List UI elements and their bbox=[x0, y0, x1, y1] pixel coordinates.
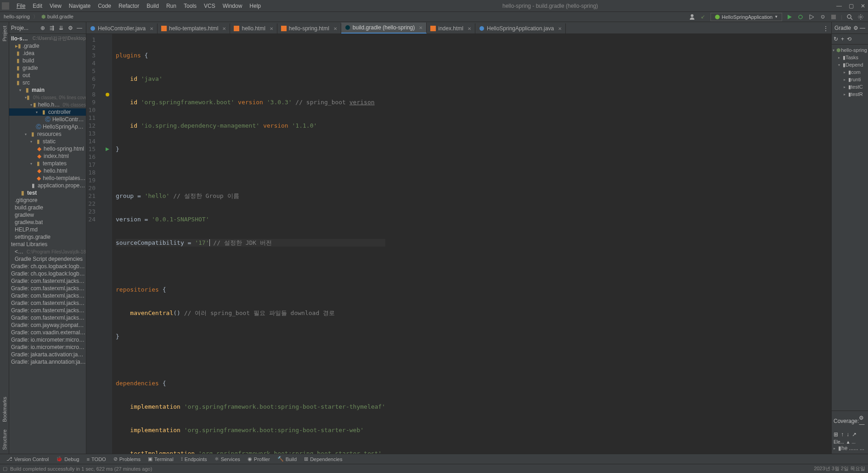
bottom-todo[interactable]: ≡TODO bbox=[83, 456, 110, 462]
tree-lib-9[interactable]: Gradle: com.jayway.jsonpath:json-path:2 bbox=[9, 321, 86, 329]
tree-static-dir[interactable]: ▾▮static bbox=[9, 138, 86, 145]
tree-gradle-script[interactable]: Gradle Script dependencies bbox=[9, 255, 86, 263]
breadcrumb-file[interactable]: build.gradle bbox=[47, 14, 73, 19]
menu-tools[interactable]: Tools bbox=[180, 1, 200, 11]
gradle-root[interactable]: ▾⬢ hello-spring bbox=[833, 46, 867, 54]
tab-hello-spring-html[interactable]: hello-spring.html✕ bbox=[277, 23, 341, 34]
gradle-settings-icon[interactable]: ⚙ — bbox=[853, 25, 865, 31]
settings-gear-icon[interactable] bbox=[857, 13, 864, 21]
collapse-icon[interactable]: ⇶ bbox=[47, 23, 56, 33]
tree-resources-dir[interactable]: ▾▮resources bbox=[9, 130, 86, 138]
coverage-item-he[interactable]: ▸▮ he ... ... ... bbox=[834, 445, 866, 452]
status-indicator-icon[interactable]: ▢ bbox=[3, 466, 7, 472]
tree-lib-5[interactable]: Gradle: com.fasterxml.jackson.core:jack bbox=[9, 292, 86, 299]
left-tab-bookmarks[interactable]: Bookmarks bbox=[1, 393, 8, 426]
tab-overflow-icon[interactable]: ⋮ bbox=[820, 23, 831, 34]
tab-close-icon[interactable]: ✕ bbox=[150, 26, 153, 31]
tab-hello-controller[interactable]: HelloController.java✕ bbox=[86, 23, 158, 34]
coverage-icon-4[interactable]: ↗ bbox=[852, 431, 857, 438]
tree-hello-controller[interactable]: ⒸHelloController bbox=[9, 116, 86, 123]
code-editor[interactable]: 12345 678910 1112131415 1617181920 21222… bbox=[86, 34, 831, 454]
tree-src-dir[interactable]: ▮src bbox=[9, 79, 86, 86]
menu-code[interactable]: Code bbox=[94, 1, 115, 11]
tree-lib-6[interactable]: Gradle: com.fasterxml.jackson.datatype: bbox=[9, 299, 86, 307]
coverage-settings-icon[interactable]: ⚙ — bbox=[859, 415, 866, 428]
tree-build-dir[interactable]: ▮build bbox=[9, 57, 86, 64]
tree-root[interactable]: llo-springC:\Users\김규민\Desktop bbox=[9, 35, 86, 42]
project-tree[interactable]: llo-springC:\Users\김규민\Desktop ▸▮.gradle… bbox=[9, 34, 86, 454]
bottom-terminal[interactable]: ▣Terminal bbox=[144, 456, 177, 462]
gradle-detach-icon[interactable]: ⟲ bbox=[847, 36, 851, 42]
run-configuration-selector[interactable]: HelloSpringApplication ▼ bbox=[710, 13, 783, 21]
tree-jdk[interactable]: < 18 >C:\Program Files\Java\jdk-18 bbox=[9, 248, 86, 255]
tree-out-dir[interactable]: ▮out bbox=[9, 72, 86, 79]
bottom-services[interactable]: ⚛Services bbox=[211, 456, 244, 462]
tree-lib-11[interactable]: Gradle: io.micrometer:micrometer-com bbox=[9, 336, 86, 343]
tree-controller-pkg[interactable]: ▾▮controller bbox=[9, 108, 86, 116]
bottom-version-control[interactable]: ⎇Version Control bbox=[3, 456, 52, 462]
run-coverage-icon[interactable] bbox=[808, 13, 815, 21]
expand-icon[interactable]: ⇊ bbox=[56, 23, 66, 33]
tab-index-html[interactable]: index.html✕ bbox=[427, 23, 475, 34]
tree-hello-spring-html[interactable]: ◆hello-spring.html bbox=[9, 145, 86, 152]
tree-lib-10[interactable]: Gradle: com.vaadin.external.google:and bbox=[9, 329, 86, 336]
run-icon[interactable] bbox=[786, 13, 793, 21]
menu-build[interactable]: Build bbox=[143, 1, 163, 11]
bottom-problems[interactable]: ⊘Problems bbox=[110, 456, 144, 462]
tab-hello-templates[interactable]: hello-templates.html✕ bbox=[158, 23, 230, 34]
tree-lib-3[interactable]: Gradle: com.fasterxml.jackson.core:jack bbox=[9, 277, 86, 285]
hide-panel-icon[interactable]: — bbox=[75, 23, 84, 33]
tree-lib-8[interactable]: Gradle: com.fasterxml.jackson.module:ja bbox=[9, 314, 86, 321]
tree-settings-gradle[interactable]: settings.gradle bbox=[9, 233, 86, 241]
tree-test-dir[interactable]: ▮test bbox=[9, 189, 86, 197]
tab-close-icon[interactable]: ✕ bbox=[468, 26, 471, 31]
profile-icon[interactable]: ⊙ bbox=[819, 13, 826, 21]
tree-lib-2[interactable]: Gradle: ch.qos.logback:logback-core:1.4 bbox=[9, 270, 86, 277]
gradle-testr[interactable]: ▸▮ testR bbox=[833, 90, 867, 98]
tree-gradlew[interactable]: gradlew bbox=[9, 211, 86, 219]
bottom-dependencies[interactable]: ⊞Dependencies bbox=[300, 456, 346, 462]
bottom-endpoints[interactable]: ⟟Endpoints bbox=[177, 456, 211, 462]
bottom-debug[interactable]: 🐞Debug bbox=[52, 456, 83, 462]
tab-hello-spring-app[interactable]: HelloSpringApplication.java✕ bbox=[475, 23, 566, 34]
tree-main-dir[interactable]: ▾▮main bbox=[9, 86, 86, 94]
tab-close-icon[interactable]: ✕ bbox=[558, 26, 562, 31]
tree-help-md[interactable]: HELP.md bbox=[9, 226, 86, 233]
run-gutter-icon[interactable] bbox=[103, 145, 112, 153]
coverage-icon-3[interactable]: ↓ bbox=[846, 431, 849, 438]
target-icon[interactable]: ⊕ bbox=[38, 23, 47, 33]
menu-navigate[interactable]: Navigate bbox=[65, 1, 94, 11]
menu-help[interactable]: Help bbox=[246, 1, 265, 11]
menu-file[interactable]: File bbox=[13, 1, 29, 11]
gradle-testc[interactable]: ▸▮ testC bbox=[833, 83, 867, 90]
tree-gitignore[interactable]: .gitignore bbox=[9, 197, 86, 204]
debug-icon[interactable] bbox=[797, 13, 804, 21]
menu-refactor[interactable]: Refactor bbox=[115, 1, 143, 11]
tree-lib-1[interactable]: Gradle: ch.qos.logback:logback-classic:1 bbox=[9, 263, 86, 270]
gradle-tasks[interactable]: ▸▮ Tasks bbox=[833, 54, 867, 61]
tab-close-icon[interactable]: ✕ bbox=[222, 26, 226, 31]
tab-build-gradle[interactable]: build.gradle (hello-spring)✕ bbox=[341, 23, 427, 34]
close-icon[interactable]: ✕ bbox=[860, 3, 866, 9]
tree-hello-templates-html[interactable]: ◆hello-templates.html bbox=[9, 175, 86, 182]
tree-lib-12[interactable]: Gradle: io.micrometer:micrometer-obse bbox=[9, 343, 86, 351]
minimize-icon[interactable]: — bbox=[836, 3, 842, 9]
menu-window[interactable]: Window bbox=[219, 1, 246, 11]
menu-edit[interactable]: Edit bbox=[29, 1, 46, 11]
coverage-icon-1[interactable]: ⊞ bbox=[834, 431, 838, 438]
bottom-profiler[interactable]: ◉Profiler bbox=[244, 456, 274, 462]
gradle-refresh-icon[interactable]: ↻ bbox=[834, 36, 838, 42]
coverage-icon-2[interactable]: ↑ bbox=[841, 431, 844, 438]
maximize-icon[interactable]: ▢ bbox=[848, 3, 854, 9]
tree-lib-7[interactable]: Gradle: com.fasterxml.jackson.datatype: bbox=[9, 307, 86, 314]
tree-external-libs[interactable]: ternal Libraries bbox=[9, 241, 86, 248]
tab-close-icon[interactable]: ✕ bbox=[419, 25, 423, 30]
gradle-tree[interactable]: ▾⬢ hello-spring ▸▮ Tasks ▾▮ Depend ▸▮ co… bbox=[832, 45, 868, 411]
tree-build-gradle[interactable]: build.gradle bbox=[9, 204, 86, 211]
panel-settings-icon[interactable]: ⚙ bbox=[66, 23, 75, 33]
gradle-depend[interactable]: ▾▮ Depend bbox=[833, 61, 867, 68]
tree-gradlew-bat[interactable]: gradlew.bat bbox=[9, 219, 86, 226]
tab-close-icon[interactable]: ✕ bbox=[333, 26, 337, 31]
tree-idea-dir[interactable]: ▮.idea bbox=[9, 50, 86, 57]
gradle-com[interactable]: ▸▮ com bbox=[833, 68, 867, 76]
